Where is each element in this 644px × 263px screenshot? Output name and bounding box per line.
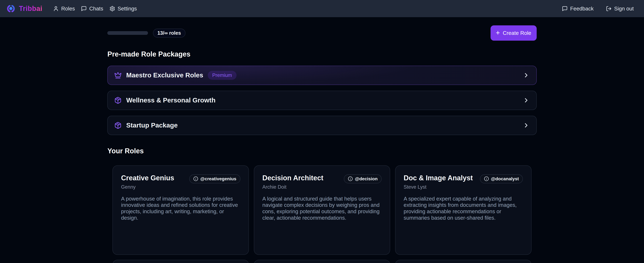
- nav-item-feedback[interactable]: Feedback: [562, 5, 594, 12]
- package-row-wellness[interactable]: Wellness & Personal Growth: [107, 91, 536, 110]
- role-handle-badge: @docanalyst: [480, 174, 523, 183]
- role-handle: @docanalyst: [491, 176, 519, 181]
- role-card-partial[interactable]: [254, 260, 390, 263]
- crown-icon: [114, 72, 122, 79]
- nav-item-signout[interactable]: Sign out: [606, 5, 634, 12]
- nav-label: Chats: [89, 5, 103, 12]
- package-title: Startup Package: [126, 122, 178, 129]
- role-subtitle: Genny: [121, 184, 174, 190]
- chevron-right-icon: [523, 72, 530, 79]
- role-title: Decision Architect: [262, 174, 324, 182]
- chevron-right-icon: [523, 122, 530, 129]
- role-subtitle: Steve Lyst: [404, 184, 473, 190]
- main-content: 13/∞ roles + Create Role Pre-made Role P…: [107, 25, 536, 263]
- chevron-right-icon: [523, 97, 530, 104]
- card-header: Creative Genius Genny @creativegenius: [121, 174, 240, 190]
- role-title: Doc & Image Analyst: [404, 174, 473, 182]
- app-root: Tribbai Roles Chats: [0, 0, 644, 263]
- roles-usage: 13/∞ roles: [107, 28, 185, 37]
- role-card-decision-architect[interactable]: Decision Architect Archie Doit @decision…: [254, 165, 390, 255]
- role-card-partial[interactable]: [395, 260, 532, 263]
- role-description: A powerhouse of imagination, this role p…: [121, 196, 240, 221]
- nav-label: Feedback: [570, 5, 594, 12]
- gear-icon: [110, 6, 115, 11]
- brand-link[interactable]: Tribbai: [6, 4, 42, 13]
- roles-count-badge: 13/∞ roles: [153, 28, 185, 37]
- role-description: A specialized expert capable of analyzin…: [404, 196, 523, 221]
- nav-item-chats[interactable]: Chats: [81, 5, 103, 12]
- role-handle-badge: @creativegenius: [189, 174, 240, 183]
- nav-label: Roles: [61, 5, 75, 12]
- role-title: Creative Genius: [121, 174, 174, 182]
- brand-name: Tribbai: [19, 5, 42, 12]
- plus-icon: +: [496, 29, 500, 36]
- role-card-partial[interactable]: [112, 260, 249, 263]
- premium-badge: Premium: [208, 71, 236, 80]
- role-card-creative-genius[interactable]: Creative Genius Genny @creativegenius A …: [112, 165, 249, 255]
- info-icon: [484, 176, 489, 181]
- roles-toolbar: 13/∞ roles + Create Role: [107, 25, 536, 41]
- nav-label: Settings: [118, 5, 137, 12]
- info-icon: [348, 176, 353, 181]
- brand-logo-icon: [6, 4, 15, 13]
- your-roles-heading: Your Roles: [107, 147, 536, 155]
- role-card-doc-image-analyst[interactable]: Doc & Image Analyst Steve Lyst @docanaly…: [395, 165, 532, 255]
- create-role-button[interactable]: + Create Role: [490, 25, 537, 41]
- premade-packages-list: Maestro Exclusive Roles Premium Wellness…: [107, 66, 536, 135]
- info-icon: [193, 176, 198, 181]
- nav-item-settings[interactable]: Settings: [110, 5, 137, 12]
- package-icon: [114, 97, 122, 104]
- card-header: Decision Architect Archie Doit @decision: [262, 174, 382, 190]
- navbar-right: Feedback Sign out: [562, 5, 634, 12]
- nav-item-roles[interactable]: Roles: [53, 5, 75, 12]
- roles-progress-bar: [107, 31, 148, 35]
- nav-label: Sign out: [614, 5, 634, 12]
- top-navbar: Tribbai Roles Chats: [0, 0, 644, 17]
- premade-packages-heading: Pre-made Role Packages: [107, 50, 536, 58]
- role-handle-badge: @decision: [344, 174, 382, 183]
- package-title: Wellness & Personal Growth: [126, 96, 216, 104]
- navbar-left: Tribbai Roles Chats: [6, 4, 137, 13]
- card-header: Doc & Image Analyst Steve Lyst @docanaly…: [404, 174, 523, 190]
- role-description: A logical and structured guide that help…: [262, 196, 382, 221]
- sign-out-icon: [606, 6, 612, 11]
- chat-icon: [562, 6, 568, 11]
- package-icon: [114, 122, 122, 129]
- your-roles-grid-next-row: [112, 260, 531, 263]
- main-nav: Roles Chats Settings: [53, 5, 137, 12]
- role-subtitle: Archie Doit: [262, 184, 324, 190]
- role-handle: @creativegenius: [200, 176, 236, 181]
- your-roles-grid: Creative Genius Genny @creativegenius A …: [112, 165, 531, 255]
- package-row-maestro[interactable]: Maestro Exclusive Roles Premium: [107, 66, 536, 85]
- role-handle: @decision: [355, 176, 378, 181]
- package-title: Maestro Exclusive Roles: [126, 71, 203, 79]
- chat-icon: [81, 6, 87, 11]
- package-row-startup[interactable]: Startup Package: [107, 116, 536, 135]
- create-role-label: Create Role: [503, 30, 531, 36]
- user-icon: [53, 6, 59, 11]
